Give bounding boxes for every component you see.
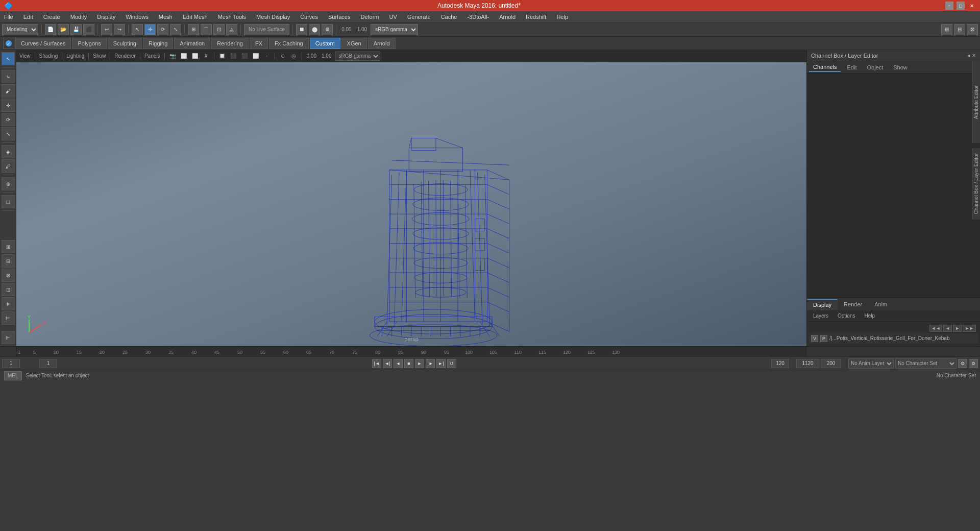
- tool3[interactable]: ⊠: [2, 269, 15, 282]
- play-fwd-btn[interactable]: ►: [415, 359, 424, 368]
- anim-layer-select[interactable]: No Anim Layer: [848, 358, 894, 369]
- layer-playback[interactable]: P: [820, 335, 827, 342]
- menu-curves[interactable]: Curves: [298, 13, 320, 21]
- sculpt-tool[interactable]: 🖊: [2, 159, 15, 173]
- bounding-box-btn[interactable]: ⬜: [251, 52, 260, 61]
- lighting-menu[interactable]: Lighting: [65, 52, 85, 61]
- go-start-btn[interactable]: |◄: [372, 359, 381, 368]
- menu-deform[interactable]: Deform: [358, 13, 381, 21]
- rotate-tool[interactable]: ⟳: [2, 113, 15, 126]
- render-settings-btn[interactable]: ⚙: [322, 24, 333, 35]
- cb-tab-display[interactable]: Display: [807, 299, 838, 310]
- mel-button[interactable]: MEL: [4, 371, 22, 380]
- menu-redshift[interactable]: Redshift: [524, 13, 548, 21]
- tab-sculpting[interactable]: Sculpting: [108, 38, 142, 49]
- tab-arnold[interactable]: Arnold: [368, 38, 396, 49]
- move-tool[interactable]: ✛: [2, 99, 15, 112]
- layer-visibility[interactable]: V: [811, 335, 818, 342]
- menu-windows[interactable]: Windows: [124, 13, 151, 21]
- tool2[interactable]: ⊟: [2, 254, 15, 268]
- menu-create[interactable]: Create: [41, 13, 62, 21]
- filmgate-btn[interactable]: ⬜: [179, 52, 188, 61]
- new-file-btn[interactable]: 📄: [45, 24, 56, 35]
- menu-display[interactable]: Display: [95, 13, 117, 21]
- wireframe-btn[interactable]: 🔲: [217, 52, 227, 61]
- minimize-button[interactable]: −: [945, 2, 953, 10]
- shading-menu[interactable]: Shading: [38, 52, 59, 61]
- tool6[interactable]: ⊨: [2, 311, 15, 325]
- cb-tab-anim[interactable]: Anim: [868, 299, 893, 309]
- square-btn[interactable]: □: [2, 195, 15, 208]
- gamma-select[interactable]: sRGB gamma: [371, 24, 418, 35]
- right-panel-expand[interactable]: ◂: [967, 53, 970, 58]
- menu-modify[interactable]: Modify: [68, 13, 89, 21]
- current-frame-input[interactable]: [2, 359, 20, 368]
- tab-polygons[interactable]: Polygons: [72, 38, 106, 49]
- maximize-button[interactable]: □: [957, 2, 965, 10]
- view-menu[interactable]: View: [18, 52, 32, 61]
- channel-box-sidebar-tab[interactable]: Channel Box / Layer Editor: [972, 148, 980, 220]
- tab-edit[interactable]: Edit: [843, 63, 861, 71]
- attribute-editor-tab[interactable]: Attribute Editor: [972, 61, 980, 143]
- snap-grid-btn[interactable]: ⊞: [188, 24, 199, 35]
- show-manip-tool[interactable]: ⊕: [2, 177, 15, 190]
- layout-btn3[interactable]: ⊠: [967, 24, 978, 35]
- tab-fx-caching[interactable]: Fx Caching: [269, 38, 309, 49]
- renderer-menu[interactable]: Renderer: [113, 52, 137, 61]
- show-menu[interactable]: Show: [92, 52, 107, 61]
- isolate-btn[interactable]: ⊙: [278, 52, 287, 61]
- menu-surfaces[interactable]: Surfaces: [326, 13, 352, 21]
- select-btn[interactable]: ↖: [132, 24, 143, 35]
- layout-btn2[interactable]: ⊟: [954, 24, 965, 35]
- tab-channels[interactable]: Channels: [809, 63, 841, 72]
- range-end-input[interactable]: [821, 359, 841, 368]
- undo-btn[interactable]: ↩: [101, 24, 112, 35]
- move-btn[interactable]: ✛: [144, 24, 156, 35]
- start-frame-input[interactable]: [39, 359, 57, 368]
- tab-animation[interactable]: Animation: [174, 38, 210, 49]
- end-frame-input[interactable]: [771, 359, 789, 368]
- tab-object[interactable]: Object: [863, 63, 887, 71]
- layer-btn4[interactable]: ►►: [963, 325, 976, 332]
- menu-uv[interactable]: UV: [387, 13, 399, 21]
- char-set-options-btn[interactable]: ⚙: [958, 359, 967, 368]
- points-btn[interactable]: ·: [262, 52, 272, 61]
- cb-tab-render[interactable]: Render: [838, 299, 868, 309]
- menu-edit-mesh[interactable]: Edit Mesh: [181, 13, 210, 21]
- tab-custom[interactable]: Custom: [310, 38, 340, 49]
- redo-btn[interactable]: ↪: [114, 24, 125, 35]
- right-panel-close[interactable]: ✕: [972, 53, 976, 58]
- save-file-btn[interactable]: 💾: [70, 24, 82, 35]
- loop-btn[interactable]: ↺: [447, 359, 456, 368]
- tab-xgen[interactable]: XGen: [341, 38, 367, 49]
- play-back-btn[interactable]: ◄: [394, 359, 403, 368]
- tool4[interactable]: ⊡: [2, 283, 15, 296]
- paint-select-tool[interactable]: 🖌: [2, 84, 15, 98]
- menu-file[interactable]: File: [2, 13, 15, 21]
- step-fwd-btn[interactable]: |►: [426, 359, 435, 368]
- tool1[interactable]: ⊞: [2, 240, 15, 253]
- tool7[interactable]: ⊩: [2, 331, 15, 344]
- smooth-shade-btn[interactable]: ⬛: [229, 52, 238, 61]
- menu-3dtoall[interactable]: -3DtoAll-: [465, 13, 491, 21]
- layer-btn1[interactable]: ◄◄: [929, 325, 943, 332]
- render-btn[interactable]: 🔲: [296, 24, 307, 35]
- menu-mesh-display[interactable]: Mesh Display: [254, 13, 292, 21]
- stop-btn[interactable]: ■: [404, 359, 413, 368]
- layer-btn2[interactable]: ◄: [943, 325, 952, 332]
- save-scene-btn[interactable]: ⬛: [83, 24, 94, 35]
- timeline-track[interactable]: 1 5 10 15 20 25 30 35 40 45 50 55 60 65 …: [16, 347, 806, 356]
- scale-tool[interactable]: ⤡: [2, 127, 15, 140]
- tab-fx[interactable]: FX: [250, 38, 268, 49]
- layer-btn3[interactable]: ►: [953, 325, 962, 332]
- viewport[interactable]: X Y persp: [16, 62, 806, 346]
- tab-rigging[interactable]: Rigging: [143, 38, 173, 49]
- menu-generate[interactable]: Generate: [405, 13, 433, 21]
- snap-curve-btn[interactable]: ⌒: [201, 24, 212, 35]
- menu-help[interactable]: Help: [554, 13, 570, 21]
- menu-cache[interactable]: Cache: [439, 13, 459, 21]
- lasso-tool[interactable]: ⤷: [2, 70, 15, 83]
- tab-show[interactable]: Show: [889, 63, 912, 71]
- mode-select[interactable]: Modeling: [2, 24, 38, 35]
- playback-options-btn[interactable]: ⚙: [969, 359, 978, 368]
